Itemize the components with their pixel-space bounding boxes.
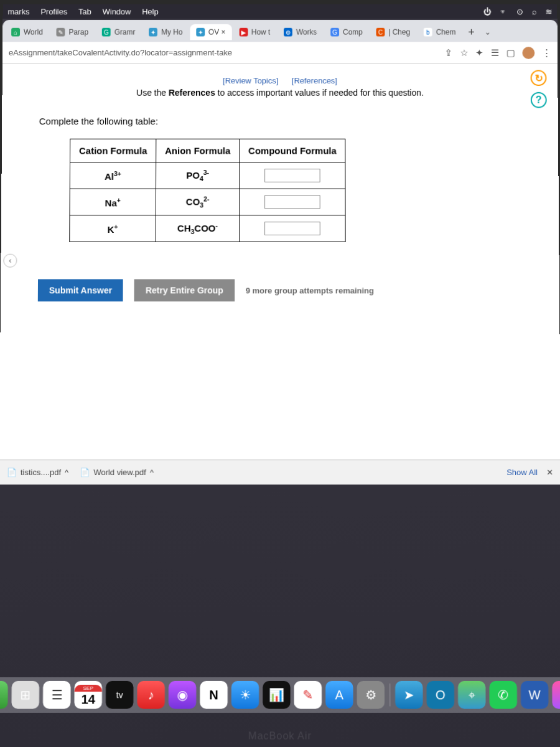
url-text[interactable]: eAssignment/takeCovalentActivity.do?loca… [9,48,439,57]
browser-tab[interactable]: GComp [324,24,368,40]
retry-group-button[interactable]: Retry Entire Group [134,279,235,301]
dock: ■ ⊞ ☰ SEP 14 tv ♪ ◉ N ☀ 📊 ✎ A ⚙ ➤ O ⌖ ✆ … [0,677,560,713]
side-tools: ↻ ? [531,70,547,108]
podcasts-icon[interactable]: ◉ [169,681,197,709]
browser-window: ⌂World ✎Parap GGramr ✦My Ho ✦OV × ▶How t… [0,20,560,484]
browser-tab[interactable]: ▶How t [233,24,276,40]
browser-tab[interactable]: ⌂World [5,24,49,40]
appletv-icon[interactable]: tv [106,681,134,709]
menu-item[interactable]: Tab [78,7,91,16]
launchpad-icon[interactable]: ⊞ [11,681,39,709]
messenger-icon[interactable]: 〰 [552,681,560,709]
menu-item[interactable]: Help [142,7,159,16]
references-link[interactable]: [References] [292,76,337,85]
review-topics-link[interactable]: [Review Topics] [223,76,278,85]
browser-tab[interactable]: ✎Parap [50,24,95,40]
share-icon[interactable]: ⇪ [445,47,453,59]
record-icon[interactable]: ⊙ [516,7,523,16]
table-row: K+ CH3COO- [70,215,346,242]
compound-cell [240,215,346,242]
reference-links: [Review Topics] [References] [39,76,521,85]
whatsapp-icon[interactable]: ✆ [489,681,517,709]
puzzle-icon[interactable]: ✦ [475,47,483,59]
wifi-icon[interactable]: ᯤ [500,7,508,16]
maps-icon[interactable]: ⌖ [458,681,486,709]
table-row: Al3+ PO43- [70,162,345,189]
toggle-icon[interactable]: ⏻ [483,7,492,16]
close-icon[interactable]: ✕ [546,467,553,477]
kebab-menu-icon[interactable]: ⋮ [542,47,551,59]
settings-icon[interactable]: ⚙ [357,681,385,709]
download-item[interactable]: 📄 World view.pdf ^ [80,467,154,477]
refresh-tool-icon[interactable]: ↻ [531,70,547,86]
download-item[interactable]: 📄 tistics....pdf ^ [7,467,69,477]
file-icon: 📄 [7,467,17,477]
menu-item[interactable]: marks [7,7,29,16]
col-header-compound: Compound Formula [240,139,345,162]
control-center-icon[interactable]: ≋ [546,7,553,16]
chevron-up-icon[interactable]: ^ [65,467,68,477]
weather-icon[interactable]: ☀ [231,681,259,709]
new-tab-button[interactable]: + [463,26,479,39]
compound-input[interactable] [264,169,320,182]
telegram-icon[interactable]: ➤ [395,681,423,709]
page-content: ‹ ↻ ? [Review Topics] [References] Use t… [0,64,560,460]
col-header-cation: Cation Formula [70,139,156,162]
instruction-text: Use the References to access important v… [39,88,521,98]
help-tool-icon[interactable]: ? [531,92,547,108]
compound-cell [240,189,346,215]
browser-tab[interactable]: ✦My Ho [142,24,189,40]
word-icon[interactable]: W [521,681,549,709]
table-row: Na+ CO32- [70,189,345,215]
submit-answer-button[interactable]: Submit Answer [38,279,123,301]
anion-cell: PO43- [156,162,240,189]
window-icon[interactable]: ▢ [506,47,515,59]
notion-icon[interactable]: N [200,681,227,709]
button-row: Submit Answer Retry Entire Group 9 more … [38,279,522,301]
browser-tab[interactable]: bChem [418,24,462,40]
prev-question-button[interactable]: ‹ [3,254,17,268]
appstore-icon[interactable]: A [325,681,353,709]
attempts-remaining: 9 more group attempts remaining [246,286,374,295]
show-all-downloads-link[interactable]: Show All [506,467,538,477]
tab-overflow-icon[interactable]: ⌄ [481,28,495,37]
music-icon[interactable]: ♪ [137,681,165,709]
stocks-icon[interactable]: 📊 [263,681,290,709]
cation-cell: Al3+ [70,162,156,189]
star-icon[interactable]: ☆ [460,47,468,59]
menu-item[interactable]: Profiles [40,7,67,16]
profile-avatar[interactable] [522,47,534,59]
search-icon[interactable]: ⌕ [532,7,537,16]
reading-list-icon[interactable]: ☰ [491,47,499,59]
browser-tab[interactable]: GGramr [96,24,141,40]
question-prompt: Complete the following table: [39,116,521,126]
anion-cell: CO32- [156,189,239,215]
address-bar: eAssignment/takeCovalentActivity.do?loca… [2,42,558,63]
mac-menubar: marks Profiles Tab Window Help ⏻ ᯤ ⊙ ⌕ ≋ [2,4,557,19]
compound-input[interactable] [264,222,320,235]
facetime-icon[interactable]: ■ [0,681,8,709]
browser-tab-active[interactable]: ✦OV × [190,24,231,40]
tab-strip: ⌂World ✎Parap GGramr ✦My Ho ✦OV × ▶How t… [2,20,558,42]
compound-input[interactable] [264,195,320,209]
cation-cell: K+ [70,215,156,242]
outlook-icon[interactable]: O [427,681,455,709]
downloads-bar: 📄 tistics....pdf ^ 📄 World view.pdf ^ Sh… [0,459,560,484]
anion-cell: CH3COO- [156,215,239,242]
browser-tab[interactable]: C| Cheg [370,24,417,40]
browser-tab[interactable]: ⊚Works [278,24,323,40]
calendar-icon[interactable]: SEP 14 [74,681,102,709]
file-icon: 📄 [80,467,90,477]
cation-cell: Na+ [70,189,156,215]
col-header-anion: Anion Formula [156,139,240,162]
markup-icon[interactable]: ✎ [294,681,322,709]
menu-item[interactable]: Window [103,7,131,16]
compound-cell [240,162,346,189]
chevron-up-icon[interactable]: ^ [150,467,154,477]
laptop-brand: MacBook Air [248,730,312,741]
formula-table: Cation Formula Anion Formula Compound Fo… [69,139,346,242]
reminders-icon[interactable]: ☰ [43,681,71,709]
